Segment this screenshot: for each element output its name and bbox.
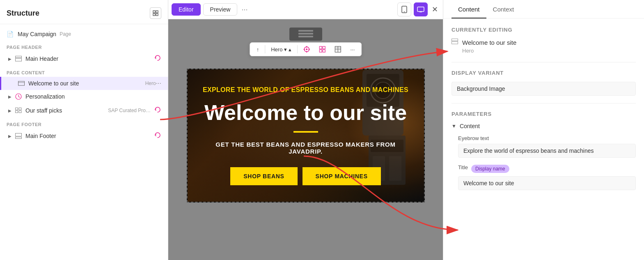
hero-eyebrow-text: EXPLORE THE WORLD OF ESPRESSO BEANS AND … (200, 86, 412, 94)
footer-layout-icon (15, 132, 22, 140)
svg-rect-46 (452, 41, 458, 44)
title-field-group: Title Display name Welcome to our site (458, 164, 636, 190)
currently-editing-row: Welcome to our site (451, 39, 636, 46)
top-toolbar: Editor Preview ··· ✕ (168, 0, 443, 19)
page-type: Page (60, 31, 71, 37)
svg-rect-31 (319, 50, 322, 52)
tree-item-staff-picks[interactable]: ▶ Our staff picks SAP Curated Pro… (0, 103, 168, 118)
grid-icon (15, 107, 22, 114)
panel-header: Structure (0, 0, 168, 24)
toolbar-more-dots[interactable]: ··· (240, 5, 249, 14)
float-back-button[interactable]: ↑ (253, 45, 263, 54)
svg-rect-12 (19, 111, 21, 113)
svg-point-16 (404, 12, 405, 12)
welcome-hero-label: Welcome to our site (28, 80, 143, 87)
main-header-label: Main Header (25, 55, 151, 62)
canvas-area: ↑ Hero ▾ ▴ (168, 19, 443, 260)
page-name: May Campaign (18, 31, 56, 37)
tree-item-welcome-hero[interactable]: Welcome to our site Hero ··· (0, 77, 168, 90)
right-panel-body: Currently Editing Welcome to our site He… (443, 18, 644, 260)
hero-section-icon (18, 80, 25, 87)
svg-rect-1 (156, 11, 158, 13)
expand-button[interactable] (150, 7, 161, 19)
tree-item-main-header[interactable]: ▶ Main Header (0, 51, 168, 66)
chevron-icon (8, 80, 16, 87)
currently-editing-title: Currently Editing (451, 27, 636, 33)
svg-rect-9 (16, 108, 18, 110)
svg-rect-30 (323, 46, 325, 49)
page-item-may-campaign[interactable]: 📄 May Campaign Page (0, 28, 168, 41)
item-menu-dots[interactable]: ··· (156, 80, 161, 87)
content-chevron[interactable]: ▼ (451, 123, 456, 129)
title-value: Welcome to our site (458, 176, 636, 190)
sync-icon-staff (154, 106, 161, 115)
display-variant-title: Display Variant (451, 70, 636, 76)
svg-rect-21 (298, 33, 313, 35)
content-param-title: Content (460, 123, 480, 129)
svg-rect-45 (452, 39, 458, 41)
desktop-view-button[interactable] (414, 2, 428, 16)
section-name: Hero (271, 46, 282, 53)
close-button[interactable]: ✕ (430, 5, 440, 14)
tab-context[interactable]: Context (486, 0, 521, 18)
right-panel-tabs: Content Context (443, 0, 644, 18)
svg-rect-5 (16, 58, 22, 61)
target-icon-btn[interactable] (300, 44, 313, 54)
staff-picks-label: Our staff picks (25, 107, 105, 114)
title-label: Title (458, 164, 468, 170)
svg-rect-29 (319, 46, 322, 49)
svg-rect-0 (153, 11, 155, 13)
tab-content[interactable]: Content (451, 0, 486, 18)
hero-divider (293, 131, 318, 133)
svg-rect-11 (16, 111, 18, 113)
editing-section-icon (451, 39, 458, 46)
layout-icon (15, 55, 22, 62)
content-param-section: ▼ Content (451, 123, 636, 129)
hero-buttons: SHOP BEANS SHOP MACHINES (200, 167, 412, 185)
up-arrow-icon: ↑ (257, 46, 259, 53)
more-icon-btn[interactable]: ··· (347, 45, 358, 54)
editor-button[interactable]: Editor (172, 3, 201, 16)
editing-sub-label: Hero (462, 48, 636, 54)
eyebrow-label: Eyebrow text (458, 135, 636, 141)
svg-rect-6 (18, 81, 25, 85)
sync-icon (154, 54, 161, 63)
svg-rect-20 (298, 30, 313, 32)
svg-rect-14 (16, 137, 22, 139)
table-icon-btn[interactable] (331, 44, 344, 54)
float-toolbar: ↑ Hero ▾ ▴ (250, 42, 362, 56)
document-icon: 📄 (7, 31, 14, 37)
preview-button[interactable]: Preview (203, 3, 238, 16)
section-selector[interactable]: Hero ▾ ▴ (268, 45, 295, 54)
grid-icon-btn[interactable] (316, 44, 329, 54)
personalization-icon (15, 93, 22, 100)
chevron-up-icon: ▴ (289, 46, 291, 53)
title-row: Title Display name (458, 164, 636, 173)
tree-item-main-footer[interactable]: ▶ Main Footer (0, 129, 168, 143)
svg-point-24 (306, 48, 307, 50)
hero-container: EXPLORE THE WORLD OF ESPRESSO BEANS AND … (187, 69, 425, 260)
hero-subtitle-text: GET THE BEST BEANS AND ESPRESSO MAKERS F… (200, 141, 412, 155)
divider-1 (451, 62, 636, 62)
tree-item-personalization[interactable]: ▶ Personalization (0, 90, 168, 103)
svg-rect-4 (16, 56, 22, 58)
svg-rect-2 (153, 14, 155, 16)
shop-machines-button[interactable]: SHOP MACHINES (303, 167, 381, 185)
chevron-icon: ▶ (7, 93, 13, 100)
hero-content: EXPLORE THE WORLD OF ESPRESSO BEANS AND … (188, 69, 424, 202)
section-label-footer: PAGE FOOTER (0, 118, 168, 129)
svg-rect-17 (417, 7, 424, 12)
panel-title: Structure (7, 9, 39, 18)
personalization-label: Personalization (25, 93, 161, 100)
staff-picks-badge: SAP Curated Pro… (108, 108, 151, 113)
mobile-view-button[interactable] (397, 2, 411, 16)
section-label-header: PAGE HEADER (0, 41, 168, 51)
right-panel: Content Context Currently Editing Welcom… (443, 0, 644, 260)
hero-section[interactable]: EXPLORE THE WORLD OF ESPRESSO BEANS AND … (187, 69, 425, 202)
section-label-content: PAGE CONTENT (0, 66, 168, 77)
chevron-down-icon: ▾ (284, 46, 287, 53)
shop-beans-button[interactable]: SHOP BEANS (230, 167, 297, 185)
welcome-hero-badge: Hero (145, 81, 156, 86)
hero-title-text: Welcome to our site (200, 101, 412, 124)
left-panel: Structure 📄 May Campaign Page PAGE HEADE… (0, 0, 168, 260)
